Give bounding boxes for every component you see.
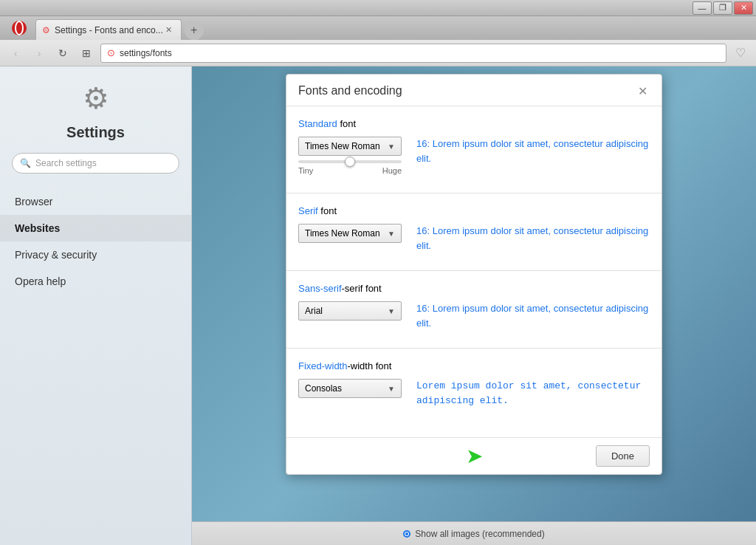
standard-font-label: Standard font bbox=[298, 118, 650, 129]
fixed-width-font-select[interactable]: Consolas ▼ bbox=[298, 379, 402, 398]
serif-font-arrow-icon: ▼ bbox=[388, 230, 395, 238]
standard-font-select[interactable]: Times New Roman ▼ bbox=[298, 137, 402, 156]
dialog-header: Fonts and encoding ✕ bbox=[286, 75, 662, 106]
bookmark-button[interactable]: ♡ bbox=[731, 44, 750, 63]
sidebar-item-websites[interactable]: Websites bbox=[0, 215, 191, 241]
section-divider-2 bbox=[286, 270, 662, 271]
bottom-bar-label: Show all images (recommended) bbox=[415, 529, 544, 539]
standard-font-slider-labels: Tiny Huge bbox=[298, 166, 402, 175]
minimize-button[interactable]: — bbox=[693, 1, 712, 15]
bottom-bar: Show all images (recommended) bbox=[192, 521, 756, 545]
forward-button[interactable]: › bbox=[30, 44, 49, 63]
maximize-button[interactable]: ❐ bbox=[713, 1, 732, 15]
fixed-width-font-section: Fixed-width-width font Consolas ▼ Lorem … bbox=[298, 360, 650, 408]
title-bar: — ❐ ✕ bbox=[0, 0, 756, 16]
opera-logo-icon bbox=[10, 19, 28, 37]
settings-gear-icon: ⚙ bbox=[83, 81, 109, 115]
search-box[interactable]: 🔍 Search settings bbox=[12, 153, 179, 174]
sidebar-title: Settings bbox=[0, 124, 191, 141]
main-layout: ⚙ Settings 🔍 Search settings Browser Web… bbox=[0, 66, 756, 545]
svg-point-0 bbox=[12, 21, 27, 35]
standard-font-arrow-icon: ▼ bbox=[388, 143, 395, 151]
dialog-footer: ➤ Done bbox=[286, 437, 662, 474]
address-text: settings/fonts bbox=[120, 48, 172, 58]
search-icon: 🔍 bbox=[20, 158, 31, 168]
slider-min-label: Tiny bbox=[298, 166, 313, 175]
tab-settings-icon: ⚙ bbox=[42, 25, 50, 35]
search-placeholder: Search settings bbox=[35, 158, 97, 168]
dialog-body[interactable]: Standard font Times New Roman ▼ bbox=[286, 106, 662, 437]
opera-address-icon: ⊙ bbox=[107, 47, 115, 58]
sidebar: ⚙ Settings 🔍 Search settings Browser Web… bbox=[0, 66, 192, 545]
serif-font-preview: 16: Lorem ipsum dolor sit amet, consecte… bbox=[416, 224, 650, 253]
fixed-width-font-preview: Lorem ipsum dolor sit amet, consectetur … bbox=[416, 379, 650, 408]
tab-label: Settings - Fonts and enco... bbox=[55, 25, 163, 35]
new-tab-button[interactable]: + bbox=[185, 21, 204, 40]
nav-bar: ‹ › ↻ ⊞ ⊙ settings/fonts ♡ bbox=[0, 40, 756, 66]
back-button[interactable]: ‹ bbox=[6, 44, 25, 63]
reload-button[interactable]: ↻ bbox=[53, 44, 72, 63]
arrow-indicator: ➤ bbox=[466, 444, 483, 468]
slider-max-label: Huge bbox=[382, 166, 402, 175]
content-area: Fonts and encoding ✕ Standard font T bbox=[192, 66, 756, 545]
sidebar-icon-area: ⚙ bbox=[0, 81, 191, 115]
tab-bar: ⚙ Settings - Fonts and enco... ✕ + bbox=[0, 16, 756, 40]
sans-serif-font-row: Arial ▼ 16: Lorem ipsum dolor sit amet, … bbox=[298, 301, 650, 330]
standard-font-slider-thumb[interactable] bbox=[345, 157, 355, 167]
dialog-overlay: Fonts and encoding ✕ Standard font T bbox=[192, 66, 756, 545]
standard-font-row: Times New Roman ▼ Tiny Huge bbox=[298, 137, 650, 175]
radio-button-icon[interactable] bbox=[403, 530, 410, 538]
fixed-width-font-arrow-icon: ▼ bbox=[388, 385, 395, 393]
standard-font-slider-track[interactable] bbox=[298, 160, 402, 163]
sans-serif-font-section: Sans-serif-serif font Arial ▼ 16: Lorem … bbox=[298, 283, 650, 330]
sans-serif-font-select[interactable]: Arial ▼ bbox=[298, 301, 402, 321]
dialog-close-button[interactable]: ✕ bbox=[635, 83, 650, 98]
sidebar-item-help[interactable]: Opera help bbox=[0, 268, 191, 295]
fixed-width-font-label: Fixed-width-width font bbox=[298, 360, 650, 371]
dialog-title: Fonts and encoding bbox=[298, 84, 402, 97]
sidebar-item-browser[interactable]: Browser bbox=[0, 188, 191, 215]
fixed-width-font-select-area: Consolas ▼ bbox=[298, 379, 402, 398]
sans-serif-font-value: Arial bbox=[305, 306, 323, 316]
standard-font-preview: 16: Lorem ipsum dolor sit amet, consecte… bbox=[416, 137, 650, 165]
serif-font-label: Serif font bbox=[298, 205, 650, 216]
serif-font-select-area: Times New Roman ▼ bbox=[298, 224, 402, 243]
standard-font-select-area: Times New Roman ▼ Tiny Huge bbox=[298, 137, 402, 175]
serif-font-select[interactable]: Times New Roman ▼ bbox=[298, 224, 402, 243]
address-bar[interactable]: ⊙ settings/fonts bbox=[100, 44, 726, 63]
fixed-width-font-value: Consolas bbox=[305, 383, 342, 394]
done-button[interactable]: Done bbox=[596, 445, 650, 467]
sans-serif-font-arrow-icon: ▼ bbox=[388, 307, 395, 315]
standard-font-value: Times New Roman bbox=[305, 141, 380, 151]
tabs-button[interactable]: ⊞ bbox=[77, 44, 96, 63]
close-button[interactable]: ✕ bbox=[734, 1, 753, 15]
standard-font-section: Standard font Times New Roman ▼ bbox=[298, 118, 650, 175]
fixed-width-font-row: Consolas ▼ Lorem ipsum dolor sit amet, c… bbox=[298, 379, 650, 408]
sidebar-item-privacy[interactable]: Privacy & security bbox=[0, 241, 191, 268]
opera-logo bbox=[6, 16, 32, 40]
standard-font-slider-area: Tiny Huge bbox=[298, 160, 402, 175]
serif-font-section: Serif font Times New Roman ▼ 16: Lorem i… bbox=[298, 205, 650, 253]
sans-serif-font-label: Sans-serif-serif font bbox=[298, 283, 650, 294]
green-arrow-icon: ➤ bbox=[466, 444, 483, 468]
section-divider-1 bbox=[286, 193, 662, 193]
serif-font-row: Times New Roman ▼ 16: Lorem ipsum dolor … bbox=[298, 224, 650, 253]
serif-font-value: Times New Roman bbox=[305, 228, 380, 239]
fonts-dialog: Fonts and encoding ✕ Standard font T bbox=[286, 74, 662, 475]
tab-close-button[interactable]: ✕ bbox=[163, 24, 175, 36]
title-bar-controls: — ❐ ✕ bbox=[693, 1, 753, 15]
sans-serif-font-select-area: Arial ▼ bbox=[298, 301, 402, 321]
sidebar-nav: Browser Websites Privacy & security Oper… bbox=[0, 188, 191, 295]
section-divider-3 bbox=[286, 348, 662, 349]
active-tab[interactable]: ⚙ Settings - Fonts and enco... ✕ bbox=[35, 19, 182, 40]
sans-serif-font-preview: 16: Lorem ipsum dolor sit amet, consecte… bbox=[416, 301, 650, 330]
